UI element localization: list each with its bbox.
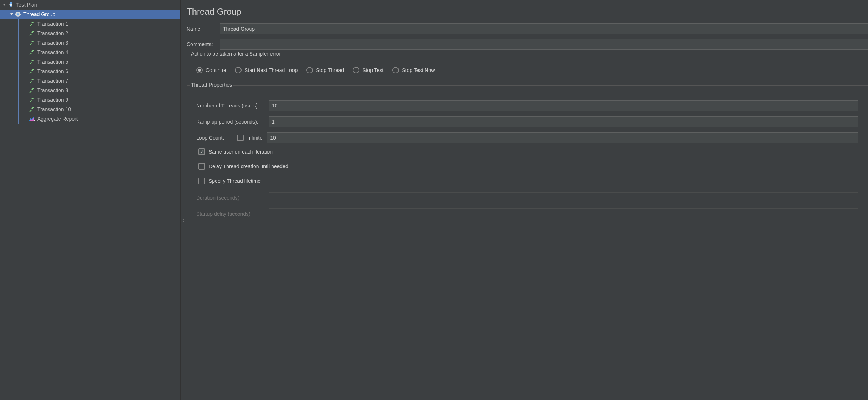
legend-thread-props: Thread Properties [190, 82, 233, 88]
tree-node-aggregate-report[interactable]: Aggregate Report [0, 114, 180, 124]
tree-node-transaction-4[interactable]: Transaction 4 [0, 48, 180, 57]
row-name: Name: [187, 23, 868, 34]
transaction-icon [29, 59, 35, 65]
svg-rect-13 [29, 34, 32, 36]
transaction-icon [29, 68, 35, 75]
row-loop-count: Loop Count: Infinite [196, 132, 858, 143]
gear-icon [15, 11, 21, 18]
tree-node-transaction-2[interactable]: Transaction 2 [0, 29, 180, 38]
svg-rect-21 [29, 72, 32, 74]
radio-start-next-loop[interactable]: Start Next Thread Loop [235, 67, 298, 73]
label-name: Name: [187, 26, 220, 32]
checkbox-specify-lifetime[interactable]: Specify Thread lifetime [198, 178, 261, 184]
svg-rect-8 [18, 16, 18, 18]
tree-label-thread-group: Thread Group [23, 11, 55, 17]
ramp-up-input[interactable] [269, 116, 858, 127]
radio-label: Continue [206, 67, 226, 73]
svg-rect-26 [31, 88, 34, 90]
name-input[interactable] [220, 23, 868, 34]
svg-rect-30 [31, 107, 34, 109]
tree-node-transaction-3[interactable]: Transaction 3 [0, 38, 180, 48]
svg-rect-17 [29, 53, 32, 55]
checkbox-label: Specify Thread lifetime [209, 178, 261, 184]
transaction-icon [29, 106, 35, 113]
expand-toggle-icon[interactable] [1, 2, 7, 8]
radio-label: Start Next Thread Loop [244, 67, 298, 73]
svg-rect-10 [20, 14, 21, 15]
checkbox-same-user[interactable]: Same user on each iteration [198, 148, 273, 155]
radio-circle-icon [235, 67, 242, 73]
sampler-error-radios: Continue Start Next Thread Loop Stop Thr… [196, 67, 858, 73]
row-ramp-up: Ramp-up period (seconds): [196, 116, 858, 127]
radio-circle-icon [306, 67, 313, 73]
duration-input [269, 192, 858, 203]
checkbox-label: Delay Thread creation until needed [209, 163, 288, 169]
svg-marker-32 [29, 117, 34, 121]
tree-label: Transaction 1 [37, 21, 68, 27]
svg-rect-20 [31, 59, 34, 61]
tree-label-test-plan: Test Plan [16, 2, 37, 8]
tree-node-test-plan[interactable]: Test Plan [0, 0, 180, 10]
content-panel: Thread Group Name: Comments: Action to b… [187, 0, 868, 400]
svg-rect-9 [15, 14, 16, 15]
label-loop-count: Loop Count: [196, 135, 237, 141]
checkbox-box-icon [198, 148, 205, 155]
splitter-handle[interactable]: ⋮ [181, 0, 187, 400]
tree-label: Transaction 3 [37, 40, 68, 46]
checkbox-box-icon [198, 178, 205, 184]
legend-sampler-error: Action to be taken after a Sampler error [190, 51, 282, 57]
tree-node-transaction-6[interactable]: Transaction 6 [0, 67, 180, 76]
svg-point-6 [17, 13, 19, 15]
fieldset-thread-props: Thread Properties Number of Threads (use… [187, 85, 868, 234]
svg-marker-4 [10, 13, 13, 15]
svg-rect-1 [10, 2, 12, 4]
tree-node-transaction-8[interactable]: Transaction 8 [0, 86, 180, 95]
row-startup-delay: Startup delay (seconds): [196, 208, 858, 219]
radio-stop-thread[interactable]: Stop Thread [306, 67, 344, 73]
transaction-icon [29, 49, 35, 56]
tree-label-aggregate-report: Aggregate Report [37, 116, 78, 122]
row-duration: Duration (seconds): [196, 192, 858, 203]
loop-count-input[interactable] [267, 132, 858, 143]
tree-label: Transaction 9 [37, 97, 68, 103]
tree-label: Transaction 10 [37, 106, 71, 112]
checkbox-delay-creation[interactable]: Delay Thread creation until needed [198, 163, 288, 170]
svg-rect-28 [31, 97, 34, 99]
test-plan-icon [7, 1, 14, 8]
svg-rect-7 [18, 11, 18, 12]
svg-rect-12 [31, 21, 34, 23]
tree-node-transaction-10[interactable]: Transaction 10 [0, 105, 180, 114]
tree-label: Transaction 7 [37, 78, 68, 84]
tree-node-transaction-7[interactable]: Transaction 7 [0, 76, 180, 86]
svg-rect-16 [31, 40, 34, 42]
radio-stop-test[interactable]: Stop Test [353, 67, 384, 73]
tree-label: Transaction 2 [37, 30, 68, 36]
checkbox-infinite[interactable]: Infinite [237, 135, 262, 141]
tree-panel: Test Plan Thread Group [0, 0, 181, 400]
transaction-icon [29, 39, 35, 46]
label-comments: Comments: [187, 41, 220, 47]
tree-node-transaction-9[interactable]: Transaction 9 [0, 95, 180, 105]
svg-marker-0 [3, 4, 6, 6]
radio-continue[interactable]: Continue [196, 67, 226, 73]
tree-node-transaction-1[interactable]: Transaction 1 [0, 19, 180, 29]
tree-node-transaction-5[interactable]: Transaction 5 [0, 57, 180, 67]
report-icon [29, 116, 35, 122]
radio-label: Stop Thread [316, 67, 344, 73]
label-duration: Duration (seconds): [196, 195, 269, 201]
svg-rect-22 [31, 69, 34, 71]
tree-node-thread-group[interactable]: Thread Group [0, 10, 180, 19]
num-threads-input[interactable] [269, 100, 858, 111]
radio-stop-test-now[interactable]: Stop Test Now [392, 67, 435, 73]
label-num-threads: Number of Threads (users): [196, 103, 269, 109]
row-specify-lifetime: Specify Thread lifetime [196, 178, 858, 184]
expand-toggle-icon[interactable] [9, 11, 15, 17]
row-delay-creation: Delay Thread creation until needed [196, 163, 858, 170]
svg-rect-18 [31, 50, 34, 52]
radio-circle-icon [353, 67, 359, 73]
svg-rect-19 [29, 62, 32, 64]
svg-rect-29 [29, 110, 32, 112]
transaction-icon [29, 97, 35, 103]
row-num-threads: Number of Threads (users): [196, 100, 858, 111]
comments-input[interactable] [220, 39, 868, 50]
